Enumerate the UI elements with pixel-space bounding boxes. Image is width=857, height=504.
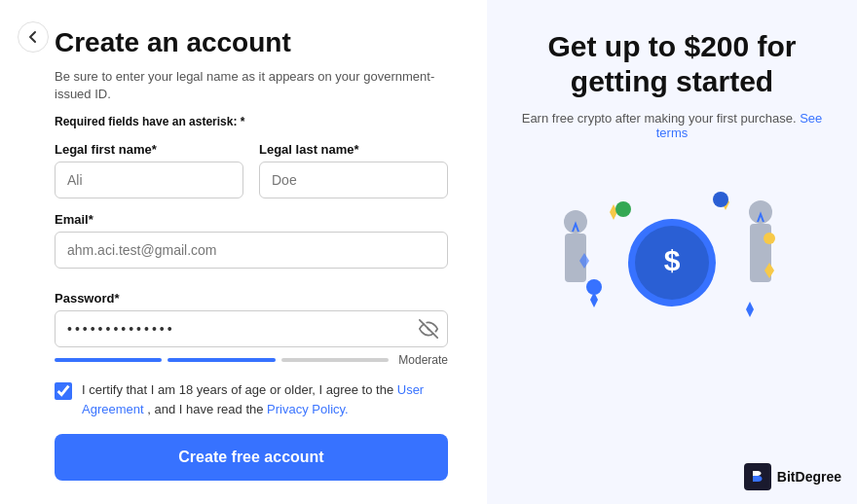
first-name-label: Legal first name* xyxy=(55,142,243,157)
promo-title: Get up to $200 for getting started xyxy=(516,29,828,99)
page-title: Create an account xyxy=(55,27,448,58)
last-name-label: Legal last name* xyxy=(259,142,448,157)
email-input[interactable] xyxy=(55,232,448,269)
back-arrow-icon xyxy=(25,29,41,45)
strength-segment-1 xyxy=(55,358,162,362)
first-name-input[interactable] xyxy=(55,162,243,198)
last-name-group: Legal last name* xyxy=(259,142,448,198)
email-group: Email* xyxy=(55,212,448,277)
right-panel: Get up to $200 for getting started Earn … xyxy=(487,0,857,504)
terms-label: I certify that I am 18 years of age or o… xyxy=(82,380,448,418)
illustration-svg: $ xyxy=(536,156,808,350)
svg-point-15 xyxy=(615,201,631,217)
strength-label: Moderate xyxy=(398,353,448,367)
terms-checkbox[interactable] xyxy=(55,382,72,400)
password-label: Password* xyxy=(55,291,448,306)
password-wrapper xyxy=(55,310,448,347)
first-name-group: Legal first name* xyxy=(55,142,243,198)
password-strength-bar: Moderate xyxy=(55,353,448,367)
promo-subtitle: Earn free crypto after making your first… xyxy=(516,111,828,140)
strength-segment-3 xyxy=(281,358,389,362)
email-label: Email* xyxy=(55,212,448,227)
eye-off-icon xyxy=(419,319,438,339)
required-note: Required fields have an asterisk: * xyxy=(55,115,448,128)
svg-point-17 xyxy=(586,279,602,295)
back-button[interactable] xyxy=(18,21,49,53)
svg-text:$: $ xyxy=(664,244,681,276)
create-account-button[interactable]: Create free account xyxy=(55,434,448,481)
name-row: Legal first name* Legal last name* xyxy=(55,142,448,198)
last-name-input[interactable] xyxy=(259,162,448,198)
bitdegree-name: BitDegree xyxy=(777,469,841,485)
svg-marker-12 xyxy=(746,302,754,317)
toggle-password-button[interactable] xyxy=(419,319,438,339)
subtitle: Be sure to enter your legal name as it a… xyxy=(55,68,448,103)
password-input[interactable] xyxy=(55,310,448,347)
password-group: Password* Moderate xyxy=(55,291,448,367)
privacy-policy-link[interactable]: Privacy Policy. xyxy=(267,402,349,416)
svg-point-16 xyxy=(713,192,728,207)
bitdegree-logo xyxy=(744,463,771,490)
left-panel: Create an account Be sure to enter your … xyxy=(0,0,487,504)
strength-segment-2 xyxy=(168,358,275,362)
promo-illustration: $ xyxy=(536,156,808,350)
terms-checkbox-row: I certify that I am 18 years of age or o… xyxy=(55,380,448,418)
svg-point-18 xyxy=(764,233,775,244)
bitdegree-badge: BitDegree xyxy=(744,463,841,490)
bitdegree-logo-icon xyxy=(748,467,767,486)
